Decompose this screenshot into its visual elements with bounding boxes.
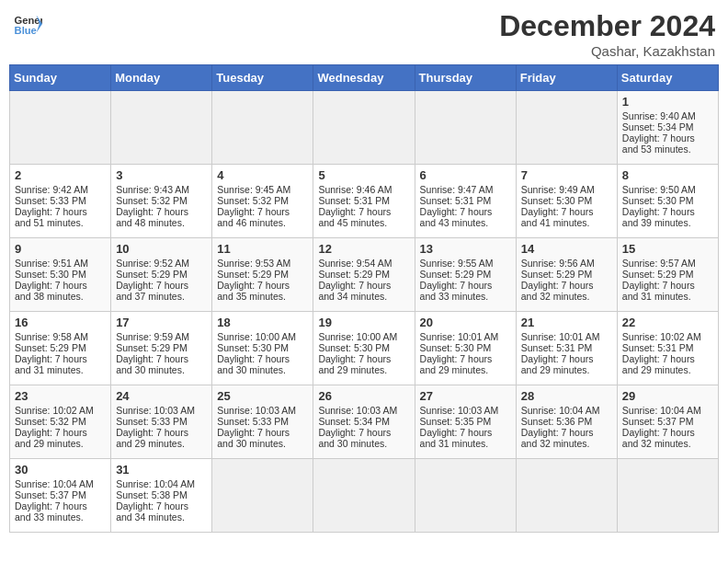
calendar-cell <box>313 91 415 165</box>
day-number: 18 <box>217 316 308 329</box>
sunset: Sunset: 5:35 PM <box>420 416 492 427</box>
calendar-week-row: 9Sunrise: 9:51 AMSunset: 5:30 PMDaylight… <box>10 238 719 312</box>
calendar-cell: 21Sunrise: 10:01 AMSunset: 5:31 PMDaylig… <box>516 312 617 385</box>
sunset: Sunset: 5:31 PM <box>521 342 593 353</box>
dow-header: Tuesday <box>212 65 313 91</box>
sunset: Sunset: 5:36 PM <box>521 416 593 427</box>
sunrise: Sunrise: 10:03 AM <box>420 405 499 416</box>
day-number: 21 <box>521 316 612 329</box>
sunrise: Sunrise: 9:58 AM <box>15 331 88 342</box>
day-number: 15 <box>622 242 713 256</box>
calendar-cell: 10Sunrise: 9:52 AMSunset: 5:29 PMDayligh… <box>111 238 212 312</box>
sunset: Sunset: 5:32 PM <box>217 195 289 206</box>
calendar-header: SundayMondayTuesdayWednesdayThursdayFrid… <box>10 65 719 91</box>
sunset: Sunset: 5:29 PM <box>420 269 492 280</box>
sunset: Sunset: 5:33 PM <box>15 195 86 206</box>
day-number: 1 <box>622 95 713 109</box>
sunrise: Sunrise: 9:46 AM <box>318 184 392 195</box>
sunrise: Sunrise: 10:01 AM <box>420 331 499 342</box>
day-number: 25 <box>217 389 308 403</box>
calendar-cell: 29Sunrise: 10:04 AMSunset: 5:37 PMDaylig… <box>617 385 718 459</box>
daylight: Daylight: 7 hours and 29 minutes. <box>318 353 391 375</box>
calendar-cell: 24Sunrise: 10:03 AMSunset: 5:33 PMDaylig… <box>111 385 212 459</box>
daylight: Daylight: 7 hours and 39 minutes. <box>622 206 695 228</box>
day-number: 2 <box>15 168 106 182</box>
sunrise: Sunrise: 9:51 AM <box>15 258 88 269</box>
calendar-cell: 6Sunrise: 9:47 AMSunset: 5:31 PMDaylight… <box>415 165 516 238</box>
days-of-week-row: SundayMondayTuesdayWednesdayThursdayFrid… <box>10 65 719 91</box>
daylight: Daylight: 7 hours and 32 minutes. <box>521 427 594 449</box>
location: Qashar, Kazakhstan <box>499 43 715 59</box>
day-number: 22 <box>622 316 713 329</box>
day-number: 24 <box>116 389 207 403</box>
calendar-cell: 1Sunrise: 9:40 AMSunset: 5:34 PMDaylight… <box>617 91 718 165</box>
dow-header: Thursday <box>415 65 516 91</box>
sunset: Sunset: 5:31 PM <box>318 195 390 206</box>
calendar-cell <box>415 459 516 533</box>
sunrise: Sunrise: 9:52 AM <box>116 258 189 269</box>
day-number: 3 <box>116 168 207 182</box>
calendar-week-row: 2Sunrise: 9:42 AMSunset: 5:33 PMDaylight… <box>10 165 719 238</box>
day-number: 29 <box>622 389 713 403</box>
calendar-cell <box>415 91 516 165</box>
sunrise: Sunrise: 9:45 AM <box>217 184 290 195</box>
daylight: Daylight: 7 hours and 45 minutes. <box>318 206 391 228</box>
sunset: Sunset: 5:33 PM <box>116 416 188 427</box>
calendar-week-row: 30Sunrise: 10:04 AMSunset: 5:37 PMDaylig… <box>10 459 719 533</box>
sunrise: Sunrise: 10:01 AM <box>521 331 600 342</box>
calendar-week-row: 1Sunrise: 9:40 AMSunset: 5:34 PMDaylight… <box>10 91 719 165</box>
sunset: Sunset: 5:32 PM <box>15 416 86 427</box>
sunset: Sunset: 5:29 PM <box>622 269 694 280</box>
sunrise: Sunrise: 10:04 AM <box>15 478 94 489</box>
svg-text:Blue: Blue <box>15 25 37 36</box>
daylight: Daylight: 7 hours and 29 minutes. <box>521 353 594 375</box>
day-number: 31 <box>116 463 207 477</box>
calendar-cell: 14Sunrise: 9:56 AMSunset: 5:29 PMDayligh… <box>516 238 617 312</box>
sunrise: Sunrise: 10:02 AM <box>622 331 701 342</box>
page-header: General Blue December 2024 Qashar, Kazak… <box>9 9 719 59</box>
daylight: Daylight: 7 hours and 37 minutes. <box>116 280 188 302</box>
calendar-body: 1Sunrise: 9:40 AMSunset: 5:34 PMDaylight… <box>10 91 719 533</box>
daylight: Daylight: 7 hours and 38 minutes. <box>15 280 87 302</box>
sunrise: Sunrise: 9:53 AM <box>217 258 290 269</box>
day-number: 23 <box>15 389 106 403</box>
sunset: Sunset: 5:29 PM <box>15 342 86 353</box>
calendar-cell <box>10 91 111 165</box>
sunrise: Sunrise: 9:42 AM <box>15 184 88 195</box>
daylight: Daylight: 7 hours and 41 minutes. <box>521 206 594 228</box>
calendar-cell: 19Sunrise: 10:00 AMSunset: 5:30 PMDaylig… <box>313 312 415 385</box>
sunrise: Sunrise: 9:49 AM <box>521 184 595 195</box>
daylight: Daylight: 7 hours and 31 minutes. <box>622 280 695 302</box>
title-block: December 2024 Qashar, Kazakhstan <box>499 9 715 59</box>
daylight: Daylight: 7 hours and 53 minutes. <box>622 132 695 155</box>
calendar-cell: 11Sunrise: 9:53 AMSunset: 5:29 PMDayligh… <box>212 238 313 312</box>
calendar-table: SundayMondayTuesdayWednesdayThursdayFrid… <box>9 64 719 533</box>
sunset: Sunset: 5:31 PM <box>622 342 694 353</box>
sunrise: Sunrise: 9:47 AM <box>420 184 494 195</box>
calendar-cell: 22Sunrise: 10:02 AMSunset: 5:31 PMDaylig… <box>617 312 718 385</box>
day-number: 9 <box>15 242 106 256</box>
sunrise: Sunrise: 9:56 AM <box>521 258 595 269</box>
calendar-cell: 20Sunrise: 10:01 AMSunset: 5:30 PMDaylig… <box>415 312 516 385</box>
calendar-cell: 27Sunrise: 10:03 AMSunset: 5:35 PMDaylig… <box>415 385 516 459</box>
day-number: 8 <box>622 168 713 182</box>
calendar-cell: 4Sunrise: 9:45 AMSunset: 5:32 PMDaylight… <box>212 165 313 238</box>
calendar-cell <box>111 91 212 165</box>
daylight: Daylight: 7 hours and 33 minutes. <box>15 500 87 523</box>
calendar-cell <box>516 459 617 533</box>
calendar-cell: 7Sunrise: 9:49 AMSunset: 5:30 PMDaylight… <box>516 165 617 238</box>
sunset: Sunset: 5:30 PM <box>420 342 492 353</box>
dow-header: Wednesday <box>313 65 415 91</box>
daylight: Daylight: 7 hours and 51 minutes. <box>15 206 87 228</box>
daylight: Daylight: 7 hours and 31 minutes. <box>420 427 493 449</box>
sunset: Sunset: 5:32 PM <box>116 195 188 206</box>
daylight: Daylight: 7 hours and 43 minutes. <box>420 206 493 228</box>
sunset: Sunset: 5:33 PM <box>217 416 289 427</box>
day-number: 16 <box>15 316 106 329</box>
day-number: 4 <box>217 168 308 182</box>
sunset: Sunset: 5:38 PM <box>116 489 188 500</box>
sunset: Sunset: 5:29 PM <box>318 269 390 280</box>
sunset: Sunset: 5:30 PM <box>15 269 86 280</box>
sunrise: Sunrise: 9:50 AM <box>622 184 696 195</box>
daylight: Daylight: 7 hours and 29 minutes. <box>15 427 87 449</box>
